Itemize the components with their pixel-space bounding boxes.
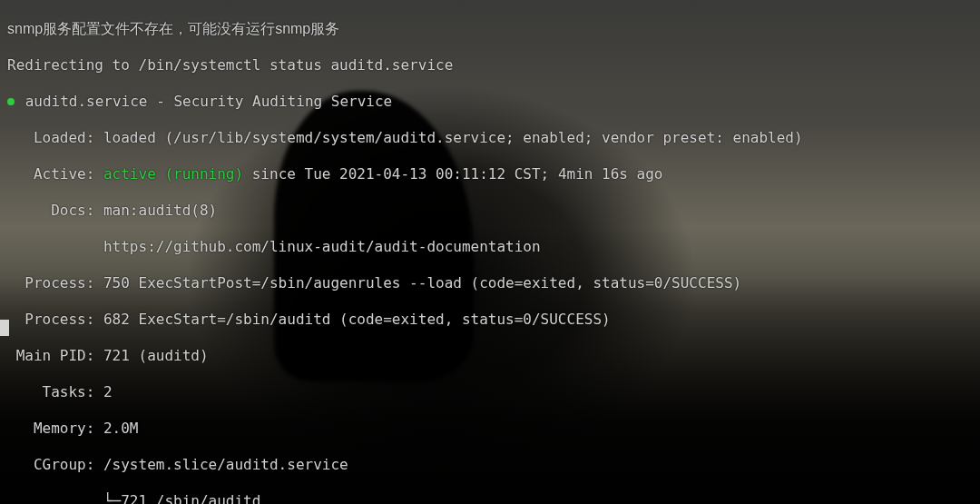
service-name-text: auditd.service - Security Auditing Servi…	[16, 93, 392, 110]
cgroup-line: CGroup: /system.slice/auditd.service	[7, 456, 980, 474]
active-label: Active:	[7, 165, 103, 183]
scroll-indicator	[0, 320, 9, 336]
docs-line-2: https://github.com/linux-audit/audit-doc…	[7, 238, 980, 256]
terminal-output[interactable]: snmp服务配置文件不存在，可能没有运行snmp服务 Redirecting t…	[0, 0, 980, 504]
process-line-1: Process: 750 ExecStartPost=/sbin/augenru…	[7, 274, 980, 292]
memory-line: Memory: 2.0M	[7, 420, 980, 438]
redirect-line: Redirecting to /bin/systemctl status aud…	[7, 56, 980, 74]
active-line: Active: active (running) since Tue 2021-…	[7, 165, 980, 183]
snmp-warning-line: snmp服务配置文件不存在，可能没有运行snmp服务	[7, 20, 980, 38]
tasks-line: Tasks: 2	[7, 383, 980, 401]
cgroup-tree-line: └─721 /sbin/auditd	[7, 492, 980, 504]
service-header-line: auditd.service - Security Auditing Servi…	[7, 93, 980, 111]
active-status: active (running)	[103, 165, 243, 183]
loaded-line: Loaded: loaded (/usr/lib/systemd/system/…	[7, 129, 980, 147]
process-line-2: Process: 682 ExecStart=/sbin/auditd (cod…	[7, 311, 980, 329]
docs-line-1: Docs: man:auditd(8)	[7, 202, 980, 220]
status-dot-icon	[7, 98, 15, 105]
main-pid-line: Main PID: 721 (auditd)	[7, 347, 980, 365]
active-since: since Tue 2021-04-13 00:11:12 CST; 4min …	[243, 165, 662, 183]
